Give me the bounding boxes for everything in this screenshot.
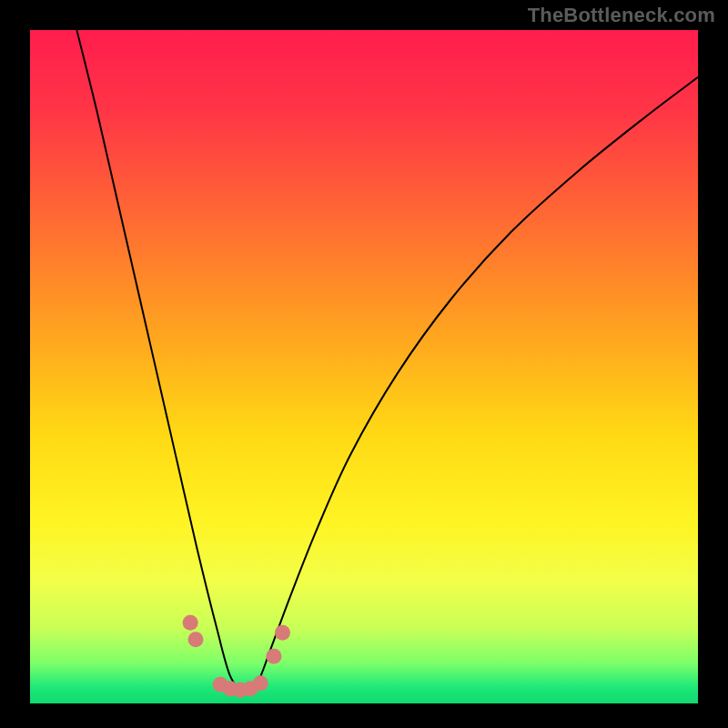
chart-frame: TheBottleneck.com	[0, 0, 728, 728]
marker-point	[188, 632, 204, 647]
bottleneck-chart	[0, 0, 728, 728]
marker-point	[183, 615, 198, 631]
marker-point	[253, 675, 268, 691]
marker-point	[266, 649, 281, 664]
plot-background	[30, 30, 698, 703]
marker-point	[275, 625, 290, 641]
